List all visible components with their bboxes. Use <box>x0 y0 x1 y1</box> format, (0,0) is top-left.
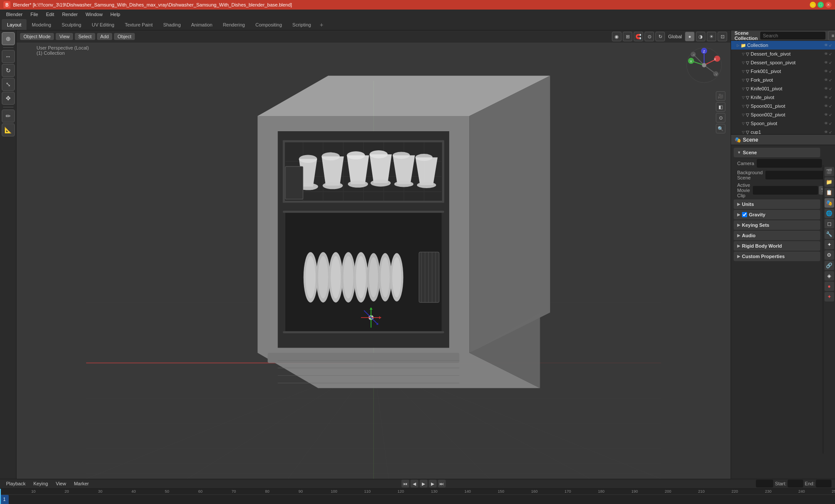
viewport-3d[interactable]: Object Mode View Select Add Object ◉ ⊞ 🧲… <box>17 30 731 479</box>
wireframe-shading-button[interactable]: ⊡ <box>718 32 727 41</box>
maximize-button[interactable]: □ <box>818 2 824 8</box>
outliner-select-btn[interactable]: ↙ <box>829 78 832 82</box>
outliner-visibility-btn[interactable]: 👁 <box>824 60 828 65</box>
units-section-header[interactable]: ▶ Units <box>734 199 820 209</box>
tab-shading[interactable]: Shading <box>158 19 186 30</box>
close-button[interactable]: ✕ <box>825 2 832 8</box>
outliner-select-btn[interactable]: ↙ <box>829 86 832 91</box>
next-frame-button[interactable]: ▶ <box>429 480 437 487</box>
viewport-object-menu[interactable]: Object <box>114 33 135 40</box>
output-properties-tab[interactable]: 📁 <box>825 177 834 187</box>
menu-window[interactable]: Window <box>82 11 106 18</box>
viewport-view-menu[interactable]: View <box>56 33 73 40</box>
measure-tool-button[interactable]: 📐 <box>2 123 15 136</box>
movie-clip-input[interactable] <box>753 186 818 195</box>
menu-edit[interactable]: Edit <box>43 11 58 18</box>
tab-sculpting[interactable]: Sculpting <box>57 19 87 30</box>
outliner-item[interactable]: ▽ ▽ Knife_pivot 👁 ↙ <box>731 93 835 102</box>
transform-tool-button[interactable]: ✥ <box>2 92 15 105</box>
outliner-filter-button[interactable]: ≡ <box>828 31 835 40</box>
frame-ruler[interactable]: 1020304050607080901001101201301401501601… <box>0 489 835 495</box>
viewport-render-button[interactable]: ⊙ <box>716 113 725 123</box>
viewport-global-local[interactable]: ↻ <box>655 32 665 41</box>
outliner-item[interactable]: ▽ ▽ Knife001_pivot 👁 ↙ <box>731 84 835 93</box>
cursor-tool-button[interactable]: ⊕ <box>2 32 15 45</box>
outliner-select-btn[interactable]: ↙ <box>829 95 832 99</box>
physics-properties-tab[interactable]: ⚙ <box>825 250 834 260</box>
outliner-visibility-btn[interactable]: 👁 <box>824 121 828 126</box>
viewport-gizmo-toggle[interactable]: ⊞ <box>623 32 632 41</box>
gravity-section-header[interactable]: ▶ Gravity <box>734 210 820 219</box>
move-tool-button[interactable]: ↔ <box>2 50 15 63</box>
outliner-visibility-btn[interactable]: 👁 <box>824 52 828 56</box>
camera-input[interactable] <box>757 159 822 168</box>
outliner-toggle[interactable]: ▽ <box>742 70 745 73</box>
outliner-item[interactable]: ▽ ▽ Spoon002_pivot 👁 ↙ <box>731 110 835 119</box>
timeline-playback-menu[interactable]: Playback <box>3 480 28 487</box>
timeline-view-menu[interactable]: View <box>53 480 69 487</box>
material-preview-button[interactable]: ◑ <box>696 32 705 41</box>
material-properties-tab[interactable]: ● <box>825 282 834 291</box>
outliner-item[interactable]: ▽ ▽ Spoon001_pivot 👁 ↙ <box>731 102 835 110</box>
outliner-toggle[interactable]: ▽ <box>742 96 745 99</box>
tab-rendering[interactable]: Rendering <box>217 19 250 30</box>
timeline-ruler-area[interactable]: 1020304050607080901001101201301401501601… <box>0 489 835 504</box>
jump-to-end-button[interactable]: ⏭ <box>438 480 446 487</box>
scene-properties-tab[interactable]: 🎭 <box>825 198 834 208</box>
particles-properties-tab[interactable]: ✦ <box>825 240 834 249</box>
outliner-visibility-btn[interactable]: 👁 <box>824 43 828 47</box>
object-properties-tab[interactable]: ◻ <box>825 219 834 229</box>
outliner-visibility-btn[interactable]: 👁 <box>824 86 828 91</box>
prev-frame-button[interactable]: ◀ <box>411 480 418 487</box>
viewport-overlay-toggle[interactable]: ◉ <box>612 32 621 41</box>
viewport-background-button[interactable]: ◧ <box>716 102 725 112</box>
tab-layout[interactable]: Layout <box>2 19 27 30</box>
tab-scripting[interactable]: Scripting <box>287 19 316 30</box>
outliner-toggle[interactable]: ▽ <box>742 52 745 56</box>
start-frame-input[interactable]: 1 <box>788 480 803 487</box>
viewport-add-menu[interactable]: Add <box>97 33 113 40</box>
movie-clip-select-button[interactable]: 🎬 <box>819 186 823 195</box>
outliner-select-btn[interactable]: ↙ <box>829 121 832 126</box>
tab-animation[interactable]: Animation <box>186 19 218 30</box>
rigid-body-world-section-header[interactable]: ▶ Rigid Body World <box>734 241 820 251</box>
menu-help[interactable]: Help <box>107 11 124 18</box>
menu-blender[interactable]: Blender <box>3 11 26 18</box>
viewport-snap-toggle[interactable]: 🧲 <box>634 32 643 41</box>
current-frame-highlight[interactable]: 1 <box>0 495 9 504</box>
custom-properties-section-header[interactable]: ▶ Custom Properties <box>734 252 820 261</box>
outliner-search-input[interactable] <box>760 32 825 40</box>
playhead[interactable] <box>0 489 1 504</box>
viewport-zoom-button[interactable]: 🔍 <box>716 124 725 133</box>
outliner-visibility-btn[interactable]: 👁 <box>824 130 828 134</box>
navigation-gizmo[interactable]: X -X Y -Y Z <box>685 46 724 85</box>
viewport-mode-selector[interactable]: Object Mode <box>20 33 54 40</box>
rotate-tool-button[interactable]: ↻ <box>2 64 15 77</box>
scene-section-header[interactable]: ▼ Scene <box>734 148 820 157</box>
outliner-select-btn[interactable]: ↙ <box>829 69 832 73</box>
viewport-proportional-edit[interactable]: ⊙ <box>645 32 654 41</box>
world-properties-tab[interactable]: 🌐 <box>825 209 834 218</box>
outliner-select-btn[interactable]: ↙ <box>829 113 832 117</box>
annotate-tool-button[interactable]: ✏ <box>2 109 15 123</box>
menu-file[interactable]: File <box>27 11 42 18</box>
timeline-keying-menu[interactable]: Keying <box>31 480 51 487</box>
outliner-select-btn[interactable]: ↙ <box>829 52 832 56</box>
outliner-toggle[interactable]: ▽ <box>742 87 745 91</box>
data-properties-tab[interactable]: ◈ <box>825 271 834 281</box>
tab-uv-editing[interactable]: UV Editing <box>87 19 120 30</box>
outliner-select-btn[interactable]: ↙ <box>829 104 832 108</box>
outliner-toggle[interactable]: ▽ <box>742 113 745 117</box>
outliner-toggle[interactable]: ▽ <box>742 122 745 126</box>
timeline-marker-menu[interactable]: Marker <box>71 480 91 487</box>
jump-to-start-button[interactable]: ⏮ <box>401 480 409 487</box>
outliner-select-btn[interactable]: ↙ <box>829 43 832 47</box>
outliner-item[interactable]: ▽ ▽ Dessert_spoon_pivot 👁 ↙ <box>731 58 835 67</box>
minimize-button[interactable]: ─ <box>810 2 816 8</box>
outliner-item[interactable]: ▽ ▽ cup1 👁 ↙ <box>731 128 835 134</box>
outliner-visibility-btn[interactable]: 👁 <box>824 69 828 73</box>
outliner-visibility-btn[interactable]: 👁 <box>824 113 828 117</box>
outliner-toggle[interactable]: ▽ <box>742 104 745 108</box>
constraint-properties-tab[interactable]: 🔗 <box>825 261 834 270</box>
outliner-item[interactable]: ▽ ▽ Dessert_fork_pivot 👁 ↙ <box>731 50 835 58</box>
